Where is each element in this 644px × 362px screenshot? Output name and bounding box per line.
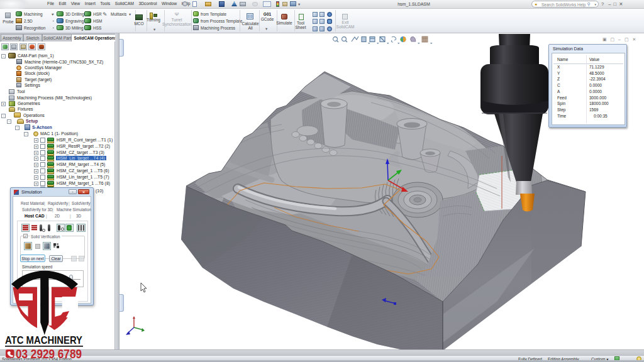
svg-text:ATC MACHINERY: ATC MACHINERY [5, 334, 83, 346]
svg-text:03 2929 6789: 03 2929 6789 [16, 346, 82, 361]
